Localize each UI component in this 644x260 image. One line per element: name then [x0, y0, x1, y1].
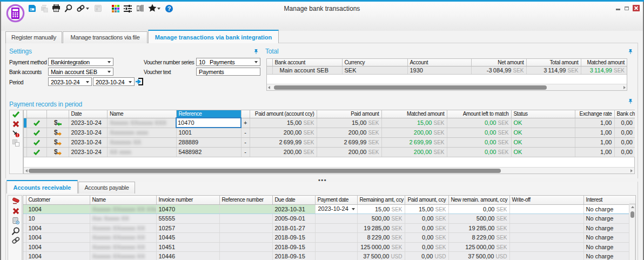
svg-text:?: ?	[167, 5, 171, 12]
svg-text:$: $	[54, 148, 58, 156]
svg-text:$: $	[54, 129, 58, 136]
svg-text:$: $	[54, 119, 58, 126]
svg-text:$: $	[54, 138, 58, 146]
